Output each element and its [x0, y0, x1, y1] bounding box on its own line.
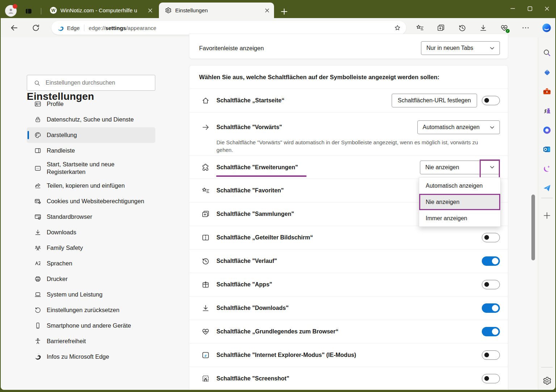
- toolbar-button-row: eSchaltfläche "Internet Explorer-Modus" …: [189, 343, 508, 367]
- ie-mode-icon: e: [201, 351, 210, 359]
- more-button[interactable]: [521, 24, 530, 32]
- favorites-bar-dropdown[interactable]: Nur in neuen Tabs: [421, 41, 500, 55]
- annotation-underline: [216, 175, 307, 177]
- screenshot-icon: [201, 374, 210, 383]
- row-label: Schaltfläche "Vorwärts": [216, 124, 282, 131]
- sidebar-item-einstellungen-zur-cksetzen[interactable]: Einstellungen zurücksetzen: [27, 302, 155, 318]
- sidebar-item-system-und-leistung[interactable]: System und Leistung: [27, 287, 155, 302]
- collections-button[interactable]: [437, 24, 445, 32]
- sidebar-item-darstellung[interactable]: Darstellung: [27, 127, 155, 143]
- url-text: edge://settings/appearance: [89, 25, 156, 31]
- row-label: Schaltfläche "Downloads": [216, 305, 288, 311]
- profile-icon: [34, 100, 42, 108]
- set-button-url-button[interactable]: Schaltflächen-URL festlegen: [392, 94, 477, 107]
- maximize-button[interactable]: [521, 0, 538, 17]
- section-heading: Wählen Sie aus, welche Schaltflächen auf…: [189, 65, 508, 89]
- sidebar-item-label: System und Leistung: [47, 289, 105, 301]
- sidebar-item-teilen-kopieren-und-einf-gen[interactable]: Teilen, kopieren und einfügen: [27, 178, 155, 193]
- sidebar-settings-gear-icon[interactable]: [542, 376, 552, 385]
- family-icon: [34, 244, 42, 252]
- dropdown-option-immer-anzeigen[interactable]: Immer anzeigen: [419, 210, 500, 226]
- favorite-this-page-icon[interactable]: [394, 24, 401, 31]
- settings-search[interactable]: [27, 75, 155, 91]
- toolbar-button-row: Schaltfläche „Geteilter Bildschirm“: [189, 226, 508, 249]
- tab-actions-button[interactable]: [25, 7, 33, 15]
- languages-icon: [34, 260, 42, 267]
- sidebar-item-datenschutz-suche-und-dienste[interactable]: Datenschutz, Suche und Dienste: [27, 112, 155, 127]
- gear-icon: [165, 7, 172, 14]
- row-description: Die Schaltfläche "Vorwärts" wird automat…: [216, 139, 495, 154]
- select-value: Nie anzeigen: [425, 164, 459, 171]
- search-input[interactable]: [45, 79, 155, 86]
- toggle-switch-on[interactable]: [482, 256, 500, 266]
- image-creator-icon[interactable]: [542, 164, 552, 173]
- history-button[interactable]: [458, 24, 467, 32]
- sidebar-item-start-startseite-und-neue-registerkarten[interactable]: Start, Startseite und neue Registerkarte…: [27, 158, 155, 178]
- sidebar-item-label: Sprachen: [47, 257, 75, 269]
- dropdown-option-automatisch-anzeigen[interactable]: Automatisch anzeigen: [419, 178, 500, 194]
- toggle-switch-off[interactable]: [482, 280, 500, 289]
- close-button[interactable]: [538, 0, 555, 17]
- games-icon[interactable]: [542, 106, 552, 115]
- tab-title: Einstellungen: [175, 7, 260, 13]
- search-icon[interactable]: [542, 48, 552, 57]
- drop-icon[interactable]: [542, 183, 552, 193]
- sidebar-item-family-safety[interactable]: Family Safety: [27, 240, 155, 256]
- toggle-switch-on[interactable]: [482, 303, 500, 313]
- shopping-icon[interactable]: [542, 68, 552, 77]
- sidebar-item-randleiste[interactable]: Randleiste: [27, 143, 155, 158]
- tab-close-icon[interactable]: [263, 7, 271, 14]
- sidebar-item-sprachen[interactable]: Sprachen: [27, 256, 155, 271]
- toggle-switch-off[interactable]: [482, 350, 500, 360]
- toggle-switch-off[interactable]: [482, 374, 500, 383]
- row-label: Schaltfläche "Erweiterungen": [216, 164, 298, 171]
- row-label: Schaltfläche "Screenshot": [216, 375, 289, 382]
- tab-settings[interactable]: Einstellungen: [159, 3, 274, 18]
- address-bar[interactable]: Edge edge://settings/appearance: [51, 21, 406, 35]
- copilot-button[interactable]: [542, 23, 552, 33]
- tab-winnotiz[interactable]: WWinNotiz.com - Computerhilfe u: [44, 3, 157, 18]
- sidebar-item-barrierefreiheit[interactable]: Barrierefreiheit: [27, 333, 155, 349]
- toggle-switch-off[interactable]: [482, 233, 500, 242]
- refresh-button[interactable]: [31, 24, 40, 32]
- sidebar-item-infos-zu-microsoft-edge[interactable]: Infos zu Microsoft Edge: [27, 349, 155, 365]
- toolbar-button-row: Schaltfläche "Downloads": [189, 296, 508, 320]
- toggle-switch-on[interactable]: [482, 327, 500, 336]
- profile-avatar[interactable]: [5, 5, 17, 17]
- browser-essentials-button[interactable]: ✓: [500, 24, 509, 32]
- dropdown-option-nie-anzeigen[interactable]: Nie anzeigen: [419, 194, 500, 210]
- row-label: Schaltfläche „Geteilter Bildschirm“: [216, 234, 313, 241]
- toolbox-icon[interactable]: [542, 87, 552, 96]
- sidebar-item-profile[interactable]: Profile: [27, 96, 155, 112]
- rail-divider: [541, 198, 553, 198]
- sidebar-item-label: Start, Startseite und neue Registerkarte…: [47, 158, 155, 178]
- favorites-button[interactable]: [416, 24, 424, 32]
- sidebar-item-drucker[interactable]: Drucker: [27, 271, 155, 287]
- browser-essentials-icon: [201, 327, 210, 336]
- check-badge: ✓: [506, 29, 510, 33]
- outlook-icon[interactable]: [542, 145, 552, 154]
- sidebar-item-label: Drucker: [47, 273, 71, 285]
- customize-sidebar-button[interactable]: [542, 211, 552, 220]
- sidebar-item-standardbrowser[interactable]: Standardbrowser: [27, 209, 155, 225]
- rail-divider: [541, 367, 553, 367]
- new-tab-button[interactable]: [279, 7, 289, 16]
- forward-button-dropdown[interactable]: Automatisch anzeigen: [417, 120, 500, 134]
- sidebar-item-downloads[interactable]: Downloads: [27, 225, 155, 240]
- browser-window: WWinNotiz.com - Computerhilfe uEinstellu…: [1, 0, 555, 390]
- sidebar-item-label: Smartphone und andere Geräte: [47, 320, 134, 332]
- sidebar-item-cookies-und-websiteberechtigungen[interactable]: Cookies und Websiteberechtigungen: [27, 193, 155, 209]
- scrollbar-thumb[interactable]: [531, 195, 535, 260]
- toggle-switch-off[interactable]: [482, 96, 500, 105]
- m365-icon[interactable]: [542, 125, 552, 135]
- browser-name-label: Edge: [67, 25, 80, 31]
- downloads-button[interactable]: [479, 24, 488, 32]
- tab-close-icon[interactable]: [146, 7, 154, 14]
- row-label: Schaltfläche „Grundlegendes zum Browser“: [216, 328, 338, 335]
- sidebar-item-smartphone-und-andere-ger-te[interactable]: Smartphone und andere Geräte: [27, 318, 155, 333]
- minimize-button[interactable]: [504, 0, 521, 17]
- dropdown-value: Automatisch anzeigen: [423, 124, 480, 131]
- toolbar-button-row: Schaltfläche "Verlauf": [189, 249, 508, 273]
- toolbar-button-row: Schaltfläche "Vorwärts"Automatisch anzei…: [189, 112, 508, 155]
- back-button[interactable]: [10, 24, 18, 32]
